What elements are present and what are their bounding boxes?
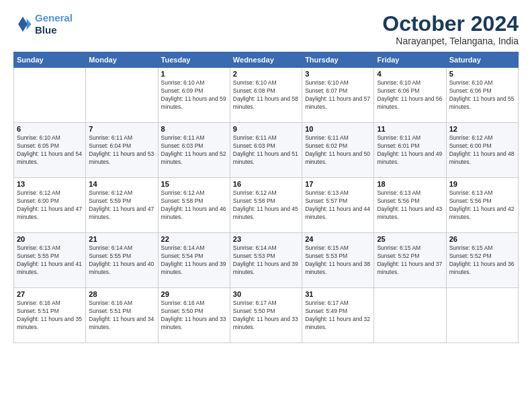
weekday-header-sunday: Sunday (14, 52, 86, 68)
calendar-cell: 27Sunrise: 6:16 AM Sunset: 5:51 PM Dayli… (14, 288, 86, 343)
day-info: Sunrise: 6:16 AM Sunset: 5:50 PM Dayligh… (161, 300, 227, 332)
day-info: Sunrise: 6:10 AM Sunset: 6:06 PM Dayligh… (377, 79, 443, 111)
day-info: Sunrise: 6:17 AM Sunset: 5:49 PM Dayligh… (305, 300, 371, 332)
location-title: Narayanpet, Telangana, India (382, 36, 519, 46)
calendar-cell: 28Sunrise: 6:16 AM Sunset: 5:51 PM Dayli… (86, 288, 158, 343)
day-number: 4 (377, 70, 443, 78)
day-number: 20 (17, 235, 83, 243)
day-info: Sunrise: 6:14 AM Sunset: 5:55 PM Dayligh… (89, 244, 154, 277)
day-info: Sunrise: 6:10 AM Sunset: 6:06 PM Dayligh… (449, 79, 515, 111)
calendar-cell: 13Sunrise: 6:12 AM Sunset: 6:00 PM Dayli… (14, 178, 86, 233)
day-info: Sunrise: 6:17 AM Sunset: 5:50 PM Dayligh… (233, 300, 299, 332)
day-info: Sunrise: 6:12 AM Sunset: 6:00 PM Dayligh… (449, 134, 515, 167)
day-number: 1 (161, 70, 227, 78)
day-number: 2 (233, 70, 299, 78)
page: General Blue October 2024 Narayanpet, Te… (0, 0, 532, 411)
calendar-cell: 24Sunrise: 6:15 AM Sunset: 5:53 PM Dayli… (302, 233, 374, 288)
day-number: 16 (233, 180, 299, 188)
day-info: Sunrise: 6:12 AM Sunset: 5:58 PM Dayligh… (233, 189, 299, 222)
calendar-cell: 22Sunrise: 6:14 AM Sunset: 5:54 PM Dayli… (158, 233, 230, 288)
svg-marker-1 (18, 17, 28, 32)
calendar-cell: 19Sunrise: 6:13 AM Sunset: 5:56 PM Dayli… (446, 178, 518, 233)
day-info: Sunrise: 6:15 AM Sunset: 5:52 PM Dayligh… (449, 244, 515, 277)
day-info: Sunrise: 6:11 AM Sunset: 6:03 PM Dayligh… (233, 134, 299, 167)
day-number: 12 (449, 125, 515, 133)
day-number: 17 (305, 180, 371, 188)
day-info: Sunrise: 6:14 AM Sunset: 5:53 PM Dayligh… (233, 244, 299, 277)
calendar-cell: 31Sunrise: 6:17 AM Sunset: 5:49 PM Dayli… (302, 288, 374, 343)
weekday-header-friday: Friday (374, 52, 446, 68)
calendar-cell: 16Sunrise: 6:12 AM Sunset: 5:58 PM Dayli… (230, 178, 302, 233)
day-info: Sunrise: 6:11 AM Sunset: 6:03 PM Dayligh… (161, 134, 227, 167)
day-number: 18 (377, 180, 443, 188)
week-row-5: 27Sunrise: 6:16 AM Sunset: 5:51 PM Dayli… (14, 288, 519, 343)
day-info: Sunrise: 6:12 AM Sunset: 5:58 PM Dayligh… (161, 189, 227, 222)
calendar-cell: 14Sunrise: 6:12 AM Sunset: 5:59 PM Dayli… (86, 178, 158, 233)
day-number: 21 (89, 235, 154, 243)
week-row-4: 20Sunrise: 6:13 AM Sunset: 5:55 PM Dayli… (14, 233, 519, 288)
day-number: 7 (89, 125, 154, 133)
day-number: 29 (161, 290, 227, 298)
calendar-cell: 29Sunrise: 6:16 AM Sunset: 5:50 PM Dayli… (158, 288, 230, 343)
day-info: Sunrise: 6:13 AM Sunset: 5:56 PM Dayligh… (377, 189, 443, 222)
calendar-cell: 7Sunrise: 6:11 AM Sunset: 6:04 PM Daylig… (86, 123, 158, 178)
week-row-2: 6Sunrise: 6:10 AM Sunset: 6:05 PM Daylig… (14, 123, 519, 178)
calendar-cell: 6Sunrise: 6:10 AM Sunset: 6:05 PM Daylig… (14, 123, 86, 178)
calendar-cell (446, 288, 518, 343)
calendar-cell: 11Sunrise: 6:11 AM Sunset: 6:01 PM Dayli… (374, 123, 446, 178)
day-info: Sunrise: 6:16 AM Sunset: 5:51 PM Dayligh… (89, 300, 154, 332)
weekday-header-row: SundayMondayTuesdayWednesdayThursdayFrid… (14, 52, 519, 68)
weekday-header-wednesday: Wednesday (230, 52, 302, 68)
calendar-cell: 4Sunrise: 6:10 AM Sunset: 6:06 PM Daylig… (374, 68, 446, 123)
day-number: 28 (89, 290, 154, 298)
calendar-cell: 20Sunrise: 6:13 AM Sunset: 5:55 PM Dayli… (14, 233, 86, 288)
calendar-cell (14, 68, 86, 123)
day-info: Sunrise: 6:12 AM Sunset: 5:59 PM Dayligh… (89, 189, 154, 222)
day-info: Sunrise: 6:15 AM Sunset: 5:53 PM Dayligh… (305, 244, 371, 277)
day-number: 30 (233, 290, 299, 298)
day-info: Sunrise: 6:12 AM Sunset: 6:00 PM Dayligh… (17, 189, 83, 222)
month-title: October 2024 (382, 12, 519, 36)
day-info: Sunrise: 6:10 AM Sunset: 6:07 PM Dayligh… (305, 79, 371, 111)
logo: General Blue (13, 12, 73, 36)
day-info: Sunrise: 6:11 AM Sunset: 6:02 PM Dayligh… (305, 134, 371, 167)
calendar-cell: 8Sunrise: 6:11 AM Sunset: 6:03 PM Daylig… (158, 123, 230, 178)
calendar-cell: 21Sunrise: 6:14 AM Sunset: 5:55 PM Dayli… (86, 233, 158, 288)
calendar-table: SundayMondayTuesdayWednesdayThursdayFrid… (13, 52, 519, 343)
weekday-header-thursday: Thursday (302, 52, 374, 68)
day-number: 3 (305, 70, 371, 78)
weekday-header-tuesday: Tuesday (158, 52, 230, 68)
day-info: Sunrise: 6:11 AM Sunset: 6:01 PM Dayligh… (377, 134, 443, 167)
day-number: 31 (305, 290, 371, 298)
calendar-cell: 17Sunrise: 6:13 AM Sunset: 5:57 PM Dayli… (302, 178, 374, 233)
calendar-cell (374, 288, 446, 343)
calendar-cell: 10Sunrise: 6:11 AM Sunset: 6:02 PM Dayli… (302, 123, 374, 178)
day-number: 11 (377, 125, 443, 133)
day-number: 24 (305, 235, 371, 243)
day-info: Sunrise: 6:13 AM Sunset: 5:57 PM Dayligh… (305, 189, 371, 222)
day-number: 6 (17, 125, 83, 133)
calendar-cell: 26Sunrise: 6:15 AM Sunset: 5:52 PM Dayli… (446, 233, 518, 288)
day-info: Sunrise: 6:15 AM Sunset: 5:52 PM Dayligh… (377, 244, 443, 277)
calendar-cell: 2Sunrise: 6:10 AM Sunset: 6:08 PM Daylig… (230, 68, 302, 123)
day-info: Sunrise: 6:14 AM Sunset: 5:54 PM Dayligh… (161, 244, 227, 277)
day-info: Sunrise: 6:10 AM Sunset: 6:09 PM Dayligh… (161, 79, 227, 111)
day-number: 14 (89, 180, 154, 188)
day-number: 22 (161, 235, 227, 243)
day-info: Sunrise: 6:16 AM Sunset: 5:51 PM Dayligh… (17, 300, 83, 332)
calendar-cell: 3Sunrise: 6:10 AM Sunset: 6:07 PM Daylig… (302, 68, 374, 123)
weekday-header-monday: Monday (86, 52, 158, 68)
calendar-cell (86, 68, 158, 123)
title-block: October 2024 Narayanpet, Telangana, Indi… (382, 12, 519, 46)
day-number: 19 (449, 180, 515, 188)
calendar-cell: 1Sunrise: 6:10 AM Sunset: 6:09 PM Daylig… (158, 68, 230, 123)
calendar-cell: 23Sunrise: 6:14 AM Sunset: 5:53 PM Dayli… (230, 233, 302, 288)
day-info: Sunrise: 6:13 AM Sunset: 5:56 PM Dayligh… (449, 189, 515, 222)
day-number: 13 (17, 180, 83, 188)
day-number: 8 (161, 125, 227, 133)
day-info: Sunrise: 6:11 AM Sunset: 6:04 PM Dayligh… (89, 134, 154, 167)
day-number: 26 (449, 235, 515, 243)
day-info: Sunrise: 6:13 AM Sunset: 5:55 PM Dayligh… (17, 244, 83, 277)
week-row-1: 1Sunrise: 6:10 AM Sunset: 6:09 PM Daylig… (14, 68, 519, 123)
week-row-3: 13Sunrise: 6:12 AM Sunset: 6:00 PM Dayli… (14, 178, 519, 233)
